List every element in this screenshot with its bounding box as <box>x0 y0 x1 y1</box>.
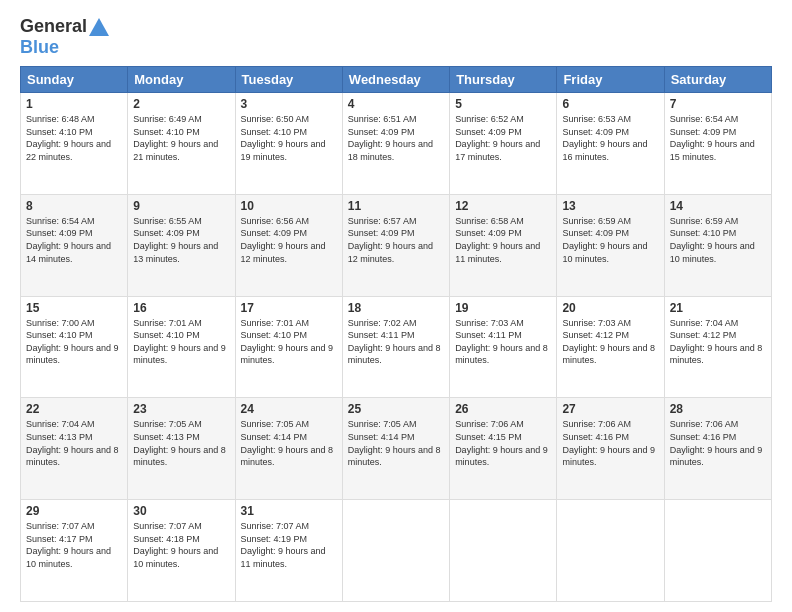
calendar-cell: 12 Sunrise: 6:58 AMSunset: 4:09 PMDaylig… <box>450 194 557 296</box>
day-number: 8 <box>26 199 122 213</box>
day-number: 10 <box>241 199 337 213</box>
day-info: Sunrise: 6:58 AMSunset: 4:09 PMDaylight:… <box>455 215 551 265</box>
calendar-cell: 18 Sunrise: 7:02 AMSunset: 4:11 PMDaylig… <box>342 296 449 398</box>
calendar-cell: 29 Sunrise: 7:07 AMSunset: 4:17 PMDaylig… <box>21 500 128 602</box>
day-info: Sunrise: 6:54 AMSunset: 4:09 PMDaylight:… <box>670 113 766 163</box>
day-info: Sunrise: 7:05 AMSunset: 4:13 PMDaylight:… <box>133 418 229 468</box>
logo-icon <box>89 18 109 36</box>
day-info: Sunrise: 7:07 AMSunset: 4:18 PMDaylight:… <box>133 520 229 570</box>
day-info: Sunrise: 6:59 AMSunset: 4:10 PMDaylight:… <box>670 215 766 265</box>
calendar-cell <box>342 500 449 602</box>
calendar-cell: 11 Sunrise: 6:57 AMSunset: 4:09 PMDaylig… <box>342 194 449 296</box>
weekday-header-saturday: Saturday <box>664 67 771 93</box>
weekday-header-row: SundayMondayTuesdayWednesdayThursdayFrid… <box>21 67 772 93</box>
day-number: 9 <box>133 199 229 213</box>
calendar-cell: 25 Sunrise: 7:05 AMSunset: 4:14 PMDaylig… <box>342 398 449 500</box>
day-info: Sunrise: 7:02 AMSunset: 4:11 PMDaylight:… <box>348 317 444 367</box>
day-number: 29 <box>26 504 122 518</box>
day-number: 21 <box>670 301 766 315</box>
day-info: Sunrise: 6:48 AMSunset: 4:10 PMDaylight:… <box>26 113 122 163</box>
day-info: Sunrise: 6:54 AMSunset: 4:09 PMDaylight:… <box>26 215 122 265</box>
weekday-header-friday: Friday <box>557 67 664 93</box>
week-row-1: 8 Sunrise: 6:54 AMSunset: 4:09 PMDayligh… <box>21 194 772 296</box>
day-number: 28 <box>670 402 766 416</box>
calendar-cell: 4 Sunrise: 6:51 AMSunset: 4:09 PMDayligh… <box>342 93 449 195</box>
day-number: 23 <box>133 402 229 416</box>
day-info: Sunrise: 6:57 AMSunset: 4:09 PMDaylight:… <box>348 215 444 265</box>
calendar-cell: 23 Sunrise: 7:05 AMSunset: 4:13 PMDaylig… <box>128 398 235 500</box>
calendar-cell: 8 Sunrise: 6:54 AMSunset: 4:09 PMDayligh… <box>21 194 128 296</box>
calendar-cell: 5 Sunrise: 6:52 AMSunset: 4:09 PMDayligh… <box>450 93 557 195</box>
day-number: 20 <box>562 301 658 315</box>
day-number: 30 <box>133 504 229 518</box>
weekday-header-tuesday: Tuesday <box>235 67 342 93</box>
calendar-cell: 3 Sunrise: 6:50 AMSunset: 4:10 PMDayligh… <box>235 93 342 195</box>
calendar-cell <box>557 500 664 602</box>
calendar-cell <box>450 500 557 602</box>
calendar-cell: 9 Sunrise: 6:55 AMSunset: 4:09 PMDayligh… <box>128 194 235 296</box>
logo-blue-text: Blue <box>20 37 59 57</box>
calendar-cell: 31 Sunrise: 7:07 AMSunset: 4:19 PMDaylig… <box>235 500 342 602</box>
calendar-cell: 19 Sunrise: 7:03 AMSunset: 4:11 PMDaylig… <box>450 296 557 398</box>
day-number: 31 <box>241 504 337 518</box>
day-info: Sunrise: 6:56 AMSunset: 4:09 PMDaylight:… <box>241 215 337 265</box>
day-number: 11 <box>348 199 444 213</box>
calendar-cell: 17 Sunrise: 7:01 AMSunset: 4:10 PMDaylig… <box>235 296 342 398</box>
day-number: 15 <box>26 301 122 315</box>
day-info: Sunrise: 7:05 AMSunset: 4:14 PMDaylight:… <box>348 418 444 468</box>
calendar-cell: 21 Sunrise: 7:04 AMSunset: 4:12 PMDaylig… <box>664 296 771 398</box>
day-number: 17 <box>241 301 337 315</box>
logo: General Blue <box>20 16 109 58</box>
day-info: Sunrise: 7:01 AMSunset: 4:10 PMDaylight:… <box>241 317 337 367</box>
svg-marker-0 <box>89 18 109 36</box>
day-info: Sunrise: 6:49 AMSunset: 4:10 PMDaylight:… <box>133 113 229 163</box>
weekday-header-wednesday: Wednesday <box>342 67 449 93</box>
week-row-2: 15 Sunrise: 7:00 AMSunset: 4:10 PMDaylig… <box>21 296 772 398</box>
day-info: Sunrise: 7:05 AMSunset: 4:14 PMDaylight:… <box>241 418 337 468</box>
calendar-cell: 22 Sunrise: 7:04 AMSunset: 4:13 PMDaylig… <box>21 398 128 500</box>
day-number: 19 <box>455 301 551 315</box>
day-info: Sunrise: 6:53 AMSunset: 4:09 PMDaylight:… <box>562 113 658 163</box>
calendar-cell: 28 Sunrise: 7:06 AMSunset: 4:16 PMDaylig… <box>664 398 771 500</box>
calendar-table: SundayMondayTuesdayWednesdayThursdayFrid… <box>20 66 772 602</box>
day-number: 1 <box>26 97 122 111</box>
day-number: 26 <box>455 402 551 416</box>
day-info: Sunrise: 7:04 AMSunset: 4:13 PMDaylight:… <box>26 418 122 468</box>
calendar-page: General Blue SundayMondayTuesdayWednesda… <box>0 0 792 612</box>
calendar-cell: 6 Sunrise: 6:53 AMSunset: 4:09 PMDayligh… <box>557 93 664 195</box>
day-number: 18 <box>348 301 444 315</box>
weekday-header-monday: Monday <box>128 67 235 93</box>
weekday-header-thursday: Thursday <box>450 67 557 93</box>
logo-general-text: General <box>20 16 87 37</box>
week-row-3: 22 Sunrise: 7:04 AMSunset: 4:13 PMDaylig… <box>21 398 772 500</box>
day-info: Sunrise: 7:06 AMSunset: 4:15 PMDaylight:… <box>455 418 551 468</box>
day-number: 7 <box>670 97 766 111</box>
day-info: Sunrise: 7:07 AMSunset: 4:17 PMDaylight:… <box>26 520 122 570</box>
day-number: 4 <box>348 97 444 111</box>
calendar-cell: 26 Sunrise: 7:06 AMSunset: 4:15 PMDaylig… <box>450 398 557 500</box>
calendar-cell: 2 Sunrise: 6:49 AMSunset: 4:10 PMDayligh… <box>128 93 235 195</box>
day-info: Sunrise: 6:52 AMSunset: 4:09 PMDaylight:… <box>455 113 551 163</box>
calendar-cell: 7 Sunrise: 6:54 AMSunset: 4:09 PMDayligh… <box>664 93 771 195</box>
calendar-cell <box>664 500 771 602</box>
day-info: Sunrise: 7:04 AMSunset: 4:12 PMDaylight:… <box>670 317 766 367</box>
day-number: 14 <box>670 199 766 213</box>
day-number: 25 <box>348 402 444 416</box>
calendar-cell: 27 Sunrise: 7:06 AMSunset: 4:16 PMDaylig… <box>557 398 664 500</box>
day-info: Sunrise: 7:06 AMSunset: 4:16 PMDaylight:… <box>562 418 658 468</box>
day-info: Sunrise: 7:00 AMSunset: 4:10 PMDaylight:… <box>26 317 122 367</box>
calendar-cell: 13 Sunrise: 6:59 AMSunset: 4:09 PMDaylig… <box>557 194 664 296</box>
day-info: Sunrise: 7:03 AMSunset: 4:12 PMDaylight:… <box>562 317 658 367</box>
weekday-header-sunday: Sunday <box>21 67 128 93</box>
calendar-cell: 30 Sunrise: 7:07 AMSunset: 4:18 PMDaylig… <box>128 500 235 602</box>
day-number: 27 <box>562 402 658 416</box>
day-number: 12 <box>455 199 551 213</box>
calendar-cell: 10 Sunrise: 6:56 AMSunset: 4:09 PMDaylig… <box>235 194 342 296</box>
calendar-cell: 20 Sunrise: 7:03 AMSunset: 4:12 PMDaylig… <box>557 296 664 398</box>
day-info: Sunrise: 7:03 AMSunset: 4:11 PMDaylight:… <box>455 317 551 367</box>
day-number: 2 <box>133 97 229 111</box>
day-info: Sunrise: 7:07 AMSunset: 4:19 PMDaylight:… <box>241 520 337 570</box>
calendar-cell: 14 Sunrise: 6:59 AMSunset: 4:10 PMDaylig… <box>664 194 771 296</box>
day-info: Sunrise: 6:59 AMSunset: 4:09 PMDaylight:… <box>562 215 658 265</box>
day-number: 24 <box>241 402 337 416</box>
